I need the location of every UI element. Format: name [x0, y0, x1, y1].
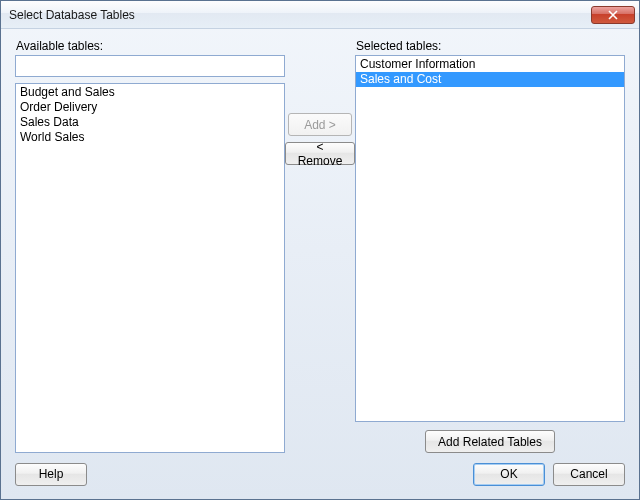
- add-related-tables-button[interactable]: Add Related Tables: [425, 430, 555, 453]
- window-title: Select Database Tables: [9, 8, 591, 22]
- remove-button[interactable]: < Remove: [285, 142, 355, 165]
- selected-tables-listbox[interactable]: Customer InformationSales and Cost: [355, 55, 625, 422]
- available-label: Available tables:: [15, 39, 285, 53]
- help-button[interactable]: Help: [15, 463, 87, 486]
- cancel-button[interactable]: Cancel: [553, 463, 625, 486]
- titlebar: Select Database Tables: [1, 1, 639, 29]
- list-item[interactable]: Sales Data: [16, 115, 284, 130]
- close-button[interactable]: [591, 6, 635, 24]
- add-button[interactable]: Add >: [288, 113, 352, 136]
- selected-column: Selected tables: Customer InformationSal…: [355, 39, 625, 453]
- list-item[interactable]: Order Delivery: [16, 100, 284, 115]
- dialog-footer: Help OK Cancel: [15, 453, 625, 487]
- close-icon: [608, 10, 618, 20]
- below-selected-row: Add Related Tables: [355, 430, 625, 453]
- transfer-buttons-column: Add > < Remove: [285, 39, 355, 453]
- list-item[interactable]: Budget and Sales: [16, 85, 284, 100]
- columns: Available tables: Budget and SalesOrder …: [15, 39, 625, 453]
- list-item[interactable]: World Sales: [16, 130, 284, 145]
- selected-label: Selected tables:: [355, 39, 625, 53]
- list-item[interactable]: Customer Information: [356, 57, 624, 72]
- list-item[interactable]: Sales and Cost: [356, 72, 624, 87]
- dialog-content: Available tables: Budget and SalesOrder …: [1, 29, 639, 499]
- available-filter-input[interactable]: [15, 55, 285, 77]
- available-column: Available tables: Budget and SalesOrder …: [15, 39, 285, 453]
- ok-button[interactable]: OK: [473, 463, 545, 486]
- dialog-window: Select Database Tables Available tables:…: [0, 0, 640, 500]
- available-tables-listbox[interactable]: Budget and SalesOrder DeliverySales Data…: [15, 83, 285, 453]
